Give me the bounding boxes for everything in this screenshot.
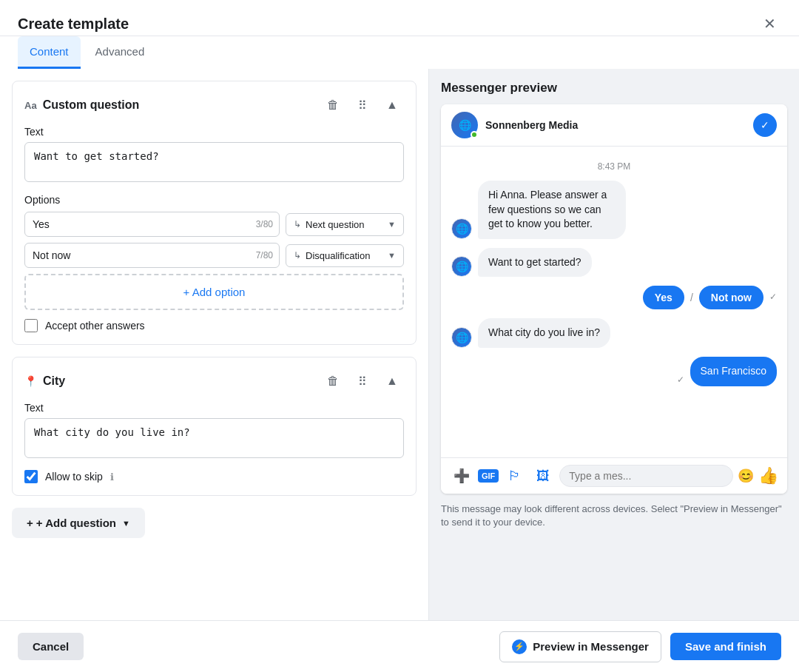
route-selector-yes[interactable]: ↳ Next question ▼ <box>286 213 404 236</box>
gif-button[interactable]: GIF <box>478 469 499 483</box>
bot-bubble-q2: What city do you live in? <box>478 318 610 348</box>
messenger-action-button[interactable]: ✓ <box>753 113 777 137</box>
tab-content[interactable]: Content <box>18 36 81 69</box>
messenger-icon: ⚡ <box>512 639 527 654</box>
accept-other-label: Accept other answers <box>45 320 145 332</box>
sticker-icon: 🏳 <box>508 468 522 484</box>
globe-icon-1: 🌐 <box>456 223 468 235</box>
add-question-chevron-icon: ▼ <box>122 519 130 528</box>
location-pin-icon: 📍 <box>24 375 37 387</box>
bot-avatar-3: 🌐 <box>451 327 472 348</box>
option-char-notnow: 7/80 <box>256 250 279 261</box>
collapse-card-button[interactable]: ▲ <box>380 93 404 117</box>
drag-city-card-button[interactable]: ⠿ <box>351 369 374 393</box>
bot-avatar-2: 🌐 <box>451 256 472 277</box>
delete-card-button[interactable]: 🗑 <box>321 93 345 117</box>
drag-icon-2: ⠿ <box>358 374 367 389</box>
modal-header: Create template ✕ <box>0 0 799 36</box>
chevron-up-icon: ▲ <box>386 98 398 112</box>
left-panel: Aa Custom question 🗑 ⠿ ▲ Text Want to ge… <box>0 69 429 667</box>
card-title: Custom question <box>43 98 315 112</box>
city-card: 📍 City 🗑 ⠿ ▲ Text What city do you live … <box>12 357 417 496</box>
allow-skip-info-icon[interactable]: ℹ <box>110 471 114 483</box>
option-input-notnow[interactable] <box>25 243 256 267</box>
city-card-actions: 🗑 ⠿ ▲ <box>321 369 404 393</box>
question-text-input[interactable]: Want to get started? <box>24 142 404 182</box>
chat-row-answer: San Francisco ✓ <box>451 357 777 386</box>
city-text-label: Text <box>24 402 404 414</box>
accept-other-row: Accept other answers <box>24 319 404 332</box>
delete-city-card-button[interactable]: 🗑 <box>321 369 345 393</box>
photo-icon: 🖼 <box>536 468 550 484</box>
chat-row-q1: 🌐 Want to get started? <box>451 248 777 278</box>
preview-in-messenger-button[interactable]: ⚡ Preview in Messenger <box>499 631 661 662</box>
quick-replies-row: Yes / Not now ✓ <box>451 286 777 309</box>
city-text-input[interactable]: What city do you live in? <box>24 418 404 458</box>
close-icon: ✕ <box>763 15 776 33</box>
chevron-up-icon-2: ▲ <box>386 374 398 388</box>
route-arrow-icon: ↳ <box>294 219 301 229</box>
custom-question-card: Aa Custom question 🗑 ⠿ ▲ Text Want to ge… <box>12 81 417 345</box>
route-chevron-icon: ▼ <box>388 220 396 229</box>
chat-row-intro: 🌐 Hi Anna. Please answer a few questions… <box>451 181 777 239</box>
save-and-finish-button[interactable]: Save and finish <box>670 633 781 660</box>
sent-icon-1: ✓ <box>769 292 777 302</box>
option-input-yes[interactable] <box>25 212 256 236</box>
tab-advanced[interactable]: Advanced <box>84 36 157 69</box>
photo-button[interactable]: 🖼 <box>531 464 555 488</box>
preview-title: Messenger preview <box>441 81 787 95</box>
sent-icon-2: ✓ <box>677 374 684 385</box>
close-button[interactable]: ✕ <box>758 12 781 36</box>
card-actions: 🗑 ⠿ ▲ <box>321 93 404 117</box>
city-card-header: 📍 City 🗑 ⠿ ▲ <box>24 369 404 393</box>
drag-card-button[interactable]: ⠿ <box>351 93 374 117</box>
chat-area: 8:43 PM 🌐 Hi Anna. Please answer a few q… <box>441 147 787 457</box>
route-chevron-icon-2: ▼ <box>388 251 396 260</box>
emoji-icon: 😊 <box>738 468 754 483</box>
accept-other-checkbox[interactable] <box>24 319 38 332</box>
option-input-wrapper-yes: 3/80 <box>24 212 280 237</box>
like-button[interactable]: 👍 <box>758 466 778 485</box>
add-option-button[interactable]: + Add option <box>24 274 404 310</box>
globe-icon-3: 🌐 <box>456 332 468 343</box>
chat-row-q2: 🌐 What city do you live in? <box>451 318 777 348</box>
city-card-title: City <box>43 374 315 388</box>
message-input[interactable] <box>559 465 733 487</box>
route-selector-notnow[interactable]: ↳ Disqualification ▼ <box>286 244 404 267</box>
bot-bubble-q1: Want to get started? <box>478 248 592 278</box>
route-text-notnow: Disqualification <box>306 250 383 261</box>
sticker-button[interactable]: 🏳 <box>503 464 527 488</box>
options-label: Options <box>24 194 404 206</box>
option-row-yes: 3/80 ↳ Next question ▼ <box>24 212 404 237</box>
messenger-action-icon: ✓ <box>761 119 769 131</box>
allow-skip-label: Allow to skip <box>45 471 103 483</box>
route-arrow-icon-2: ↳ <box>294 250 301 261</box>
add-attachment-button[interactable]: ➕ <box>450 464 473 488</box>
right-panel: Messenger preview 🌐 Sonnenberg Media ✓ 8… <box>429 69 799 667</box>
emoji-button[interactable]: 😊 <box>738 468 754 484</box>
option-input-wrapper-notnow: 7/80 <box>24 243 280 268</box>
thumbs-up-icon: 👍 <box>758 466 778 485</box>
preview-note: This message may look different across d… <box>441 503 787 529</box>
footer: Cancel ⚡ Preview in Messenger Save and f… <box>0 620 799 672</box>
chat-timestamp: 8:43 PM <box>451 161 777 172</box>
card-header: Aa Custom question 🗑 ⠿ ▲ <box>24 93 404 117</box>
allow-skip-checkbox[interactable] <box>24 470 38 483</box>
tab-bar: Content Advanced <box>0 36 799 69</box>
globe-icon-2: 🌐 <box>456 261 468 272</box>
bot-avatar-1: 🌐 <box>451 218 472 239</box>
option-row-notnow: 7/80 ↳ Disqualification ▼ <box>24 243 404 268</box>
cancel-button[interactable]: Cancel <box>18 633 84 660</box>
trash-icon-2: 🗑 <box>327 374 339 388</box>
page-name: Sonnenberg Media <box>485 119 746 131</box>
allow-skip-row: Allow to skip ℹ <box>24 470 404 483</box>
quick-reply-separator: / <box>690 292 693 303</box>
plus-icon: + <box>27 517 33 529</box>
quick-reply-notnow[interactable]: Not now <box>699 286 763 309</box>
quick-reply-yes[interactable]: Yes <box>643 286 684 309</box>
page-avatar: 🌐 <box>451 112 478 138</box>
messenger-window: 🌐 Sonnenberg Media ✓ 8:43 PM 🌐 Hi An <box>441 104 787 494</box>
route-text-yes: Next question <box>306 219 383 230</box>
add-question-button[interactable]: + + Add question ▼ <box>12 508 145 538</box>
collapse-city-card-button[interactable]: ▲ <box>380 369 404 393</box>
